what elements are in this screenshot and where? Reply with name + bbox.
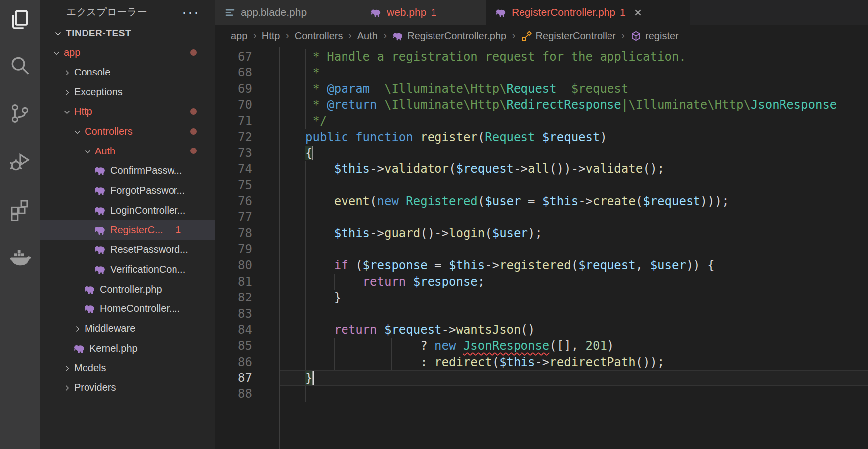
code-line-81[interactable]: return $response; [280, 274, 868, 290]
chevron-right-icon [63, 384, 71, 392]
tree-folder-middleware[interactable]: Middleware [40, 319, 215, 339]
breadcrumb-item-http[interactable]: Http [262, 30, 280, 42]
tree-file-resetpassword[interactable]: ResetPassword... [40, 240, 215, 260]
tree-file-confirmpassw[interactable]: ConfirmPassw... [40, 161, 215, 181]
code-token: -> [442, 323, 456, 337]
modified-dot-badge [190, 128, 197, 135]
activity-bar [0, 0, 40, 449]
search-icon[interactable] [0, 50, 40, 81]
code-token: registered [499, 258, 571, 272]
code-token: validate [586, 162, 643, 176]
code-line-70[interactable]: * @return \Illuminate\Http\RedirectRespo… [280, 97, 868, 113]
breadcrumb-item-auth[interactable]: Auth [357, 30, 378, 42]
code-content[interactable]: * Handle a registration request for the … [279, 47, 868, 449]
item-label: Middleware [85, 323, 135, 334]
line-number: 79 [215, 241, 252, 257]
code-line-77[interactable] [280, 209, 868, 225]
tree-file-logincontroller[interactable]: LoginController... [40, 201, 215, 221]
code-line-76[interactable]: event(new Registered($user = $this->crea… [280, 193, 868, 209]
sidebar-title: エクスプローラー [66, 5, 147, 19]
code-token: redirectPath [549, 355, 635, 369]
code-line-88[interactable] [280, 386, 868, 402]
tree-folder-providers[interactable]: Providers [40, 378, 215, 398]
workspace-section[interactable]: TINDER-TEST [40, 24, 215, 43]
code-token: */ [305, 114, 327, 128]
tree-file-forgotpasswor[interactable]: ForgotPasswor... [40, 181, 215, 201]
tab-problem-badge: 1 [431, 6, 436, 18]
code-line-71[interactable]: */ [280, 113, 868, 129]
tab-web-php[interactable]: web.php1 [361, 0, 486, 25]
extensions-icon[interactable] [0, 194, 40, 225]
breadcrumb-item-register[interactable]: register [630, 30, 679, 42]
code-token: (); [643, 162, 664, 176]
code-line-83[interactable] [280, 306, 868, 322]
line-number: 80 [215, 257, 252, 273]
code-line-84[interactable]: return $request->wantsJson() [280, 322, 868, 338]
code-line-82[interactable]: } [280, 290, 868, 305]
tree-folder-console[interactable]: Console [40, 63, 215, 82]
more-actions-icon[interactable]: ··· [182, 9, 200, 14]
tab-app-blade-php[interactable]: app.blade.php [215, 0, 361, 25]
tree-folder-http[interactable]: Http [40, 102, 215, 122]
code-line-75[interactable] [280, 177, 868, 193]
tab-registercontroller-php[interactable]: RegisterController.php1 [486, 0, 690, 25]
tree-folder-models[interactable]: Models [40, 358, 215, 378]
tree-folder-controllers[interactable]: Controllers [40, 122, 215, 142]
code-token: * Handle a registration request for the … [305, 50, 686, 64]
tab-problem-badge: 1 [620, 6, 626, 18]
method-symbol-icon [630, 30, 642, 42]
code-token: ()); [636, 355, 665, 369]
tree-file-verificationcon[interactable]: VerificationCon... [40, 260, 215, 280]
code-line-79[interactable] [280, 241, 868, 257]
php-file-icon [94, 263, 106, 276]
code-line-87[interactable]: } [280, 370, 868, 386]
code-line-73[interactable]: { [280, 145, 868, 161]
code-token [535, 130, 542, 144]
code-line-80[interactable]: if ($response = $this->registered($reque… [280, 257, 868, 273]
indent-guide [334, 338, 335, 354]
code-line-85[interactable]: ? new JsonResponse([], 201) [280, 338, 868, 354]
breadcrumb-item-registercontroller[interactable]: RegisterController [521, 30, 616, 42]
tree-folder-exceptions[interactable]: Exceptions [40, 82, 215, 102]
close-icon[interactable] [633, 7, 643, 18]
tree-file-homecontroller[interactable]: HomeController.... [40, 299, 215, 319]
breadcrumb-item-registercontrollerphp[interactable]: RegisterController.php [392, 30, 506, 42]
breadcrumb-item-controllers[interactable]: Controllers [295, 30, 343, 42]
code-editor[interactable]: 6768697071727374757677787980818283848586… [215, 47, 868, 449]
code-line-67[interactable]: * Handle a registration request for the … [280, 49, 868, 65]
code-token: ; [478, 275, 485, 289]
code-token: all [528, 162, 549, 176]
chevron-right-icon [73, 325, 82, 333]
php-file-icon [84, 302, 96, 315]
run-and-debug-icon[interactable] [0, 146, 40, 178]
tree-file-registerc[interactable]: RegisterC...1 [40, 220, 215, 240]
tree-file-kernelphp[interactable]: Kernel.php [40, 338, 215, 358]
code-line-72[interactable]: public function register(Request $reques… [280, 129, 868, 145]
code-token: $user [492, 226, 528, 240]
source-control-icon[interactable] [0, 97, 40, 129]
chevron-right-icon [63, 88, 71, 97]
breadcrumb-label: RegisterController.php [407, 30, 506, 42]
code-token: ))); [700, 194, 729, 208]
explorer-icon[interactable] [0, 4, 40, 36]
code-line-74[interactable]: $this->validator($request->all())->valid… [280, 161, 868, 177]
code-token: Request [485, 130, 535, 144]
tree-folder-app[interactable]: app [40, 43, 215, 63]
tab-label: RegisterController.php [512, 6, 615, 18]
tree-folder-auth[interactable]: Auth [40, 141, 215, 161]
code-token: } [305, 291, 341, 304]
item-label: Controllers [85, 126, 133, 137]
tree-file-controllerphp[interactable]: Controller.php [40, 279, 215, 299]
item-label: HomeController.... [100, 303, 180, 314]
docker-icon[interactable] [0, 241, 40, 273]
code-token [399, 194, 406, 208]
php-file-icon [73, 342, 86, 355]
tab-close-button[interactable] [633, 7, 643, 18]
code-line-86[interactable]: : redirect($this->redirectPath()); [280, 354, 868, 370]
code-token: $request [578, 258, 636, 272]
breadcrumb-item-app[interactable]: app [231, 30, 247, 42]
code-line-68[interactable]: * [280, 65, 868, 80]
code-line-69[interactable]: * @param \Illuminate\Http\Request $reque… [280, 81, 868, 97]
chevron-down-icon [73, 127, 82, 136]
code-line-78[interactable]: $this->guard()->login($user); [280, 225, 868, 241]
